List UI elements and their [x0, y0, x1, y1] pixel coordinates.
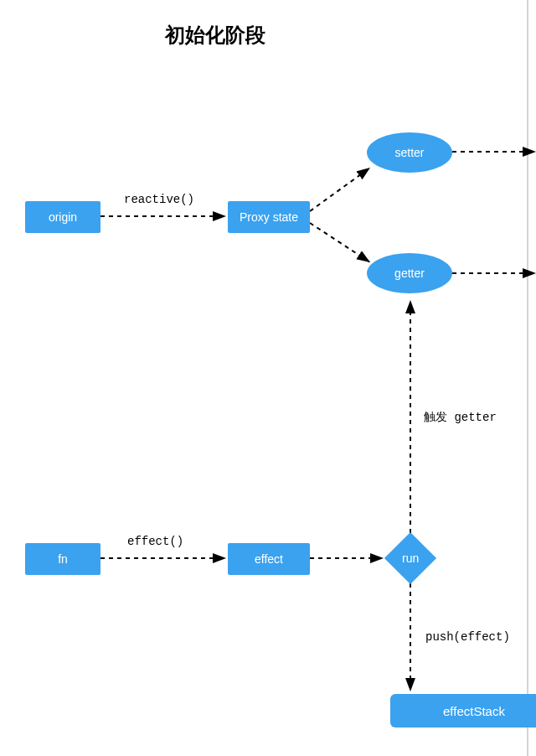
node-run: run [384, 532, 436, 584]
node-origin: origin [25, 201, 100, 233]
node-fn-label: fn [58, 552, 68, 566]
node-getter: getter [367, 253, 452, 293]
svg-line-2 [310, 168, 370, 211]
node-proxy-state-label: Proxy state [240, 210, 298, 224]
node-proxy-state: Proxy state [228, 201, 310, 233]
node-effect: effect [228, 543, 310, 575]
node-run-label: run [402, 551, 419, 565]
node-effect-label: effect [255, 552, 283, 566]
node-setter-label: setter [394, 146, 424, 159]
node-effect-stack-label: effectStack [443, 704, 505, 718]
edge-label-push-effect: push(effect) [425, 630, 510, 644]
edge-label-reactive: reactive() [124, 193, 194, 206]
svg-line-3 [310, 223, 370, 262]
node-origin-label: origin [49, 210, 77, 224]
edge-label-trigger-getter: 触发 getter [424, 410, 497, 425]
node-getter-label: getter [394, 267, 425, 280]
node-setter: setter [367, 132, 452, 173]
diagram-title: 初始化阶段 [165, 22, 265, 49]
node-effect-stack: effectStack [390, 694, 536, 728]
edge-label-effect-call: effect() [127, 535, 183, 548]
node-fn: fn [25, 543, 100, 575]
